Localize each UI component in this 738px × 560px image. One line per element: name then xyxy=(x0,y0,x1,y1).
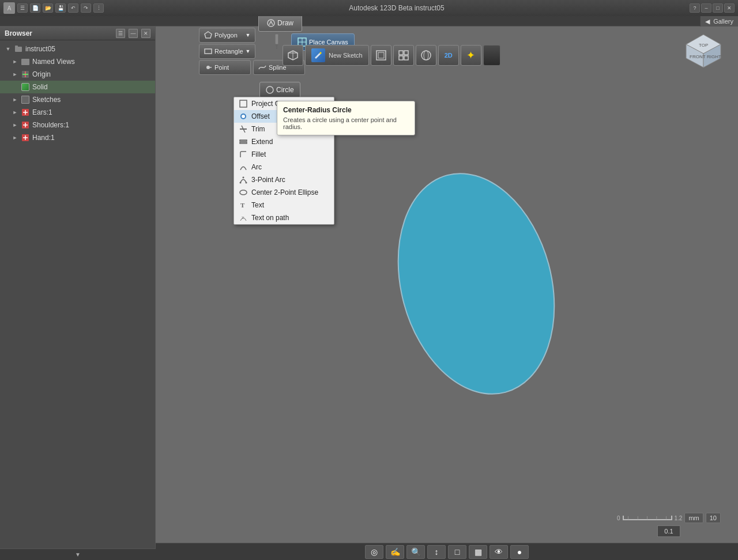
open-btn[interactable]: 📂 xyxy=(43,3,53,13)
root-icon xyxy=(14,44,23,54)
sketches-icon xyxy=(21,95,30,104)
shape-canvas xyxy=(361,134,592,436)
sketches-label: Sketches xyxy=(32,96,61,104)
ears-arrow: ► xyxy=(12,109,18,116)
app-icon: A xyxy=(3,2,15,14)
scale-bottom-input[interactable] xyxy=(657,525,680,537)
svg-point-46 xyxy=(243,177,244,179)
browser-icon-btn-2[interactable]: — xyxy=(129,29,138,38)
svg-point-48 xyxy=(240,190,247,195)
more-btn[interactable]: ⋮ xyxy=(93,3,104,13)
gallery-arrow-left[interactable]: ◀ xyxy=(705,18,710,25)
perspective-btn[interactable] xyxy=(371,45,391,66)
trim-icon xyxy=(239,124,248,134)
svg-rect-34 xyxy=(404,56,408,60)
browser-header: Browser ☰ — ✕ xyxy=(0,27,155,40)
origin-label: Origin xyxy=(32,70,51,78)
eye-btn[interactable]: 👁 xyxy=(490,545,508,559)
menu-item-extend[interactable]: Extend xyxy=(234,135,334,148)
window-title: Autodesk 123D Beta instruct05 xyxy=(104,4,690,12)
target-btn[interactable]: ◎ xyxy=(365,545,383,559)
browser-icon-btn-1[interactable]: ☰ xyxy=(116,29,125,38)
menu-item-arc[interactable]: Arc xyxy=(234,161,334,173)
svg-rect-31 xyxy=(399,51,403,55)
svg-point-35 xyxy=(421,51,431,60)
3d-sphere-btn[interactable] xyxy=(416,45,436,66)
grid-icon xyxy=(398,50,409,61)
window-btn[interactable]: □ xyxy=(448,545,466,559)
star-btn[interactable]: ✦ xyxy=(461,45,481,66)
view-cube[interactable]: TOP FRONT RIGHT xyxy=(680,32,726,78)
redo-btn[interactable]: ↷ xyxy=(81,3,91,13)
maximize-btn[interactable]: □ xyxy=(713,3,723,13)
tree-shoulders[interactable]: ► Shoulders:1 xyxy=(0,119,155,131)
point-btn[interactable]: Point xyxy=(199,60,251,75)
new-sketch-btn[interactable]: New Sketch xyxy=(305,45,369,66)
tooltip-title: Center-Radius Circle xyxy=(283,106,409,114)
zoom-btn[interactable]: 🔍 xyxy=(406,545,425,559)
minimize-btn[interactable]: – xyxy=(701,3,711,13)
tree-solid[interactable]: Solid xyxy=(0,81,155,93)
svg-text:T: T xyxy=(240,202,245,209)
browser-close-btn[interactable]: ✕ xyxy=(141,29,150,38)
draw-button[interactable]: Draw xyxy=(258,14,302,32)
tree-origin[interactable]: ► Origin xyxy=(0,68,155,81)
toolbar-end-cap xyxy=(483,45,500,66)
new-btn[interactable]: 📄 xyxy=(30,3,40,13)
tree-hand[interactable]: ► Hand:1 xyxy=(0,131,155,144)
text-on-path-icon: T xyxy=(239,213,248,222)
shoulders-icon xyxy=(21,120,30,130)
rectangle-btn[interactable]: Rectangle ▼ xyxy=(199,44,255,59)
menu-btn[interactable]: ☰ xyxy=(17,3,28,13)
spline-icon xyxy=(258,63,266,71)
undo-btn[interactable]: ↶ xyxy=(68,3,78,13)
tree-named-views[interactable]: ► Named Views xyxy=(0,55,155,68)
menu-item-fillet[interactable]: Fillet xyxy=(234,148,334,161)
3d-box-btn[interactable] xyxy=(283,45,303,66)
2d-btn[interactable]: 2D xyxy=(438,45,459,66)
pen-area xyxy=(271,33,283,51)
svg-rect-32 xyxy=(404,51,408,55)
grid-btn[interactable] xyxy=(393,45,414,66)
top-draw-row: Polygon ▼ Rectangle ▼ xyxy=(199,28,255,59)
svg-rect-0 xyxy=(15,47,22,52)
polygon-btn[interactable]: Polygon ▼ xyxy=(199,28,255,43)
browser-title: Browser xyxy=(5,29,112,37)
origin-icon xyxy=(21,70,30,79)
svg-text:TOP: TOP xyxy=(699,43,708,48)
circle-btn[interactable]: Circle xyxy=(259,82,300,98)
tree-ears[interactable]: ► Ears:1 xyxy=(0,106,155,119)
hand-btn[interactable]: ✍ xyxy=(386,545,404,559)
tree-root[interactable]: ▼ instruct05 xyxy=(0,43,155,55)
menu-item-ellipse[interactable]: Center 2-Point Ellipse xyxy=(234,186,334,199)
menu-item-text[interactable]: T Text xyxy=(234,199,334,211)
window-controls: ? – □ ✕ xyxy=(690,3,738,13)
close-btn[interactable]: ✕ xyxy=(724,3,735,13)
tree-sketches[interactable]: ► Sketches xyxy=(0,93,155,106)
draw-main-area: Draw xyxy=(258,14,302,32)
save-btn[interactable]: 💾 xyxy=(55,3,66,13)
gallery-label[interactable]: Gallery xyxy=(713,18,733,25)
svg-rect-43 xyxy=(240,140,247,141)
svg-rect-38 xyxy=(240,100,247,107)
hand-label: Hand:1 xyxy=(32,134,55,142)
menu-item-3point-arc[interactable]: 3-Point Arc xyxy=(234,173,334,186)
svg-rect-17 xyxy=(205,49,212,54)
origin-arrow: ► xyxy=(12,71,18,78)
3point-arc-icon xyxy=(239,175,248,184)
move-btn[interactable]: ↕ xyxy=(427,545,446,559)
scroll-down-arrow[interactable]: ▼ xyxy=(75,551,81,558)
menu-item-text-on-path[interactable]: T Text on path xyxy=(234,211,334,224)
fillet-icon xyxy=(239,150,248,159)
title-bar-left: A ☰ 📄 📂 💾 ↶ ↷ ⋮ xyxy=(0,2,104,14)
left-scrollbar[interactable]: ▼ xyxy=(0,548,156,560)
named-views-arrow: ► xyxy=(12,58,18,65)
text-icon: T xyxy=(239,200,248,210)
layers-btn[interactable]: ▦ xyxy=(469,545,487,559)
svg-point-14 xyxy=(374,156,577,411)
scale-input-val[interactable]: 10 xyxy=(706,513,721,523)
scale-unit[interactable]: mm xyxy=(684,513,703,523)
help-btn[interactable]: ? xyxy=(690,3,700,13)
scale-left-val: 0 xyxy=(617,515,620,521)
lock-btn[interactable]: ● xyxy=(510,545,529,559)
